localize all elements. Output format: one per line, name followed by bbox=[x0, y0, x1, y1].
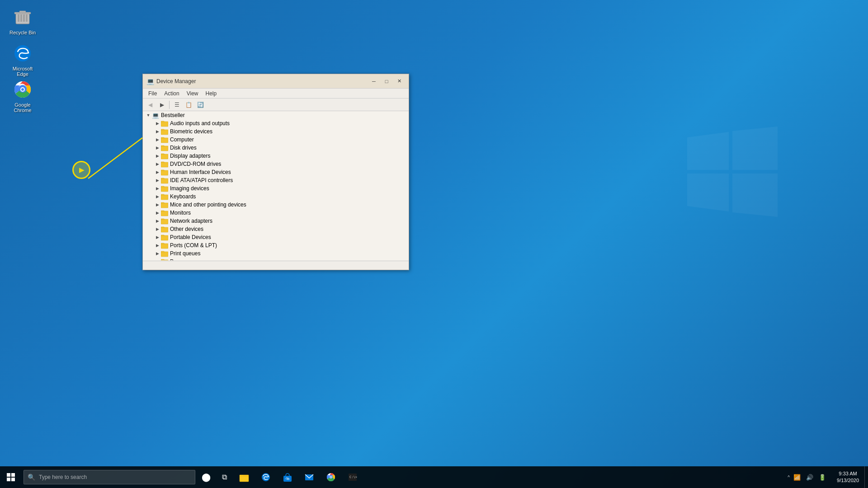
svg-line-40 bbox=[88, 138, 142, 178]
item-label-0: Audio inputs and outputs bbox=[170, 120, 230, 127]
tree-item[interactable]: ▶ Disk drives bbox=[143, 144, 409, 152]
svg-rect-42 bbox=[240, 475, 243, 476]
desktop-icon-chrome[interactable]: Google Chrome bbox=[5, 77, 41, 115]
taskbar-search[interactable]: 🔍 bbox=[24, 470, 195, 484]
tree-item[interactable]: ▶ Display adapters bbox=[143, 152, 409, 160]
toolbar-properties[interactable]: 📋 bbox=[183, 100, 194, 110]
menu-view[interactable]: View bbox=[183, 89, 202, 98]
item-icon-0 bbox=[161, 120, 168, 127]
svg-rect-33 bbox=[161, 252, 168, 257]
taskbar-app-store[interactable]: 🛍 bbox=[277, 466, 298, 488]
taskbar-app-mail[interactable] bbox=[298, 466, 320, 488]
tray-volume[interactable]: 🔊 bbox=[804, 472, 815, 483]
toolbar-back[interactable]: ◀ bbox=[145, 100, 156, 110]
tree-item[interactable]: ▶ Processors bbox=[143, 258, 409, 260]
tree-item[interactable]: ▶ Biometric devices bbox=[143, 127, 409, 136]
tree-item[interactable]: ▶ Other devices bbox=[143, 225, 409, 233]
tree-container[interactable]: ▼ 💻 Bestseller ▶ Audio inputs and output… bbox=[143, 111, 409, 260]
tree-item[interactable]: ▶ Ports (COM & LPT) bbox=[143, 241, 409, 249]
item-chevron-17: ▶ bbox=[154, 258, 161, 260]
tray-battery[interactable]: 🔋 bbox=[817, 472, 828, 483]
item-icon-2 bbox=[161, 136, 168, 143]
tree-item[interactable]: ▶ Keyboards bbox=[143, 192, 409, 201]
svg-marker-15 bbox=[687, 174, 729, 211]
show-desktop-button[interactable] bbox=[864, 466, 868, 488]
tree-item[interactable]: ▶ Computer bbox=[143, 136, 409, 144]
start-button[interactable] bbox=[0, 466, 22, 488]
tree-item[interactable]: ▶ Audio inputs and outputs bbox=[143, 119, 409, 127]
svg-rect-4 bbox=[26, 14, 28, 22]
tree-item[interactable]: ▶ DVD/CD-ROM drives bbox=[143, 160, 409, 168]
svg-rect-29 bbox=[161, 219, 168, 224]
item-label-4: Display adapters bbox=[170, 153, 210, 159]
item-chevron-0: ▶ bbox=[154, 120, 161, 127]
item-label-13: Other devices bbox=[170, 226, 203, 232]
item-label-11: Monitors bbox=[170, 210, 191, 216]
item-chevron-15: ▶ bbox=[154, 242, 161, 249]
item-label-16: Print queues bbox=[170, 250, 200, 257]
menu-file[interactable]: File bbox=[145, 89, 160, 98]
chrome-label: Google Chrome bbox=[6, 102, 39, 113]
svg-point-51 bbox=[330, 477, 332, 478]
item-label-8: Imaging devices bbox=[170, 185, 209, 192]
svg-rect-28 bbox=[161, 211, 168, 216]
tray-network[interactable]: 📶 bbox=[792, 472, 802, 483]
window-titlebar[interactable]: 💻 Device Manager ─ □ ✕ bbox=[143, 74, 409, 89]
window-title: Device Manager bbox=[156, 78, 368, 84]
taskbar-clock[interactable]: 9:33 AM 9/13/2020 bbox=[831, 466, 864, 488]
svg-text:C:\>: C:\> bbox=[349, 475, 357, 479]
toolbar-update[interactable]: 🔄 bbox=[195, 100, 206, 110]
toolbar-view1[interactable]: ☰ bbox=[171, 100, 182, 110]
item-chevron-10: ▶ bbox=[154, 201, 161, 208]
svg-rect-22 bbox=[161, 162, 168, 167]
maximize-button[interactable]: □ bbox=[381, 75, 392, 87]
item-chevron-3: ▶ bbox=[154, 144, 161, 151]
root-chevron: ▼ bbox=[145, 112, 152, 119]
item-icon-8 bbox=[161, 185, 168, 192]
tree-item[interactable]: ▶ Human Interface Devices bbox=[143, 168, 409, 176]
tree-item[interactable]: ▶ Monitors bbox=[143, 209, 409, 217]
tree-item[interactable]: ▶ IDE ATA/ATAPI controllers bbox=[143, 176, 409, 184]
tree-item[interactable]: ▶ Portable Devices bbox=[143, 233, 409, 241]
task-view-button[interactable]: ⧉ bbox=[215, 468, 233, 486]
svg-rect-1 bbox=[18, 14, 19, 22]
taskbar-app-edge[interactable] bbox=[255, 466, 277, 488]
annotation-label: ▶ bbox=[79, 166, 84, 174]
item-chevron-1: ▶ bbox=[154, 128, 161, 135]
svg-marker-14 bbox=[732, 127, 778, 170]
item-icon-9 bbox=[161, 193, 168, 200]
tree-item[interactable]: ▶ Imaging devices bbox=[143, 184, 409, 192]
tree-item[interactable]: ▶ Mice and other pointing devices bbox=[143, 201, 409, 209]
cortana-button[interactable]: ⬤ bbox=[197, 468, 215, 486]
item-label-1: Biometric devices bbox=[170, 128, 212, 135]
toolbar-forward[interactable]: ▶ bbox=[156, 100, 167, 110]
item-chevron-14: ▶ bbox=[154, 234, 161, 241]
taskbar-app-chrome[interactable] bbox=[320, 466, 342, 488]
search-input[interactable] bbox=[39, 474, 191, 480]
tray-show-hidden[interactable]: ^ bbox=[788, 475, 790, 480]
tree-item[interactable]: ▶ Network adapters bbox=[143, 217, 409, 225]
windows-start-icon bbox=[7, 473, 15, 481]
menu-help[interactable]: Help bbox=[202, 89, 221, 98]
item-chevron-8: ▶ bbox=[154, 185, 161, 192]
item-label-14: Portable Devices bbox=[170, 234, 211, 240]
svg-point-12 bbox=[21, 88, 24, 91]
item-chevron-13: ▶ bbox=[154, 225, 161, 233]
root-icon: 💻 bbox=[152, 112, 159, 119]
close-button[interactable]: ✕ bbox=[393, 75, 405, 87]
taskbar-app-explorer[interactable] bbox=[233, 466, 255, 488]
item-chevron-5: ▶ bbox=[154, 160, 161, 168]
item-icon-10 bbox=[161, 201, 168, 208]
svg-rect-6 bbox=[19, 11, 26, 13]
desktop-icon-recycle-bin[interactable]: Recycle Bin bbox=[5, 5, 41, 37]
item-icon-14 bbox=[161, 234, 168, 241]
item-icon-16 bbox=[161, 250, 168, 257]
tree-item[interactable]: ▶ Print queues bbox=[143, 249, 409, 258]
item-label-12: Network adapters bbox=[170, 218, 212, 224]
desktop-icon-edge[interactable]: Microsoft Edge bbox=[5, 41, 41, 79]
taskbar-app-cmd[interactable]: C:\> bbox=[342, 466, 363, 488]
edge-icon bbox=[12, 42, 33, 64]
tree-root[interactable]: ▼ 💻 Bestseller bbox=[143, 111, 409, 119]
menu-action[interactable]: Action bbox=[160, 89, 183, 98]
minimize-button[interactable]: ─ bbox=[368, 75, 380, 87]
